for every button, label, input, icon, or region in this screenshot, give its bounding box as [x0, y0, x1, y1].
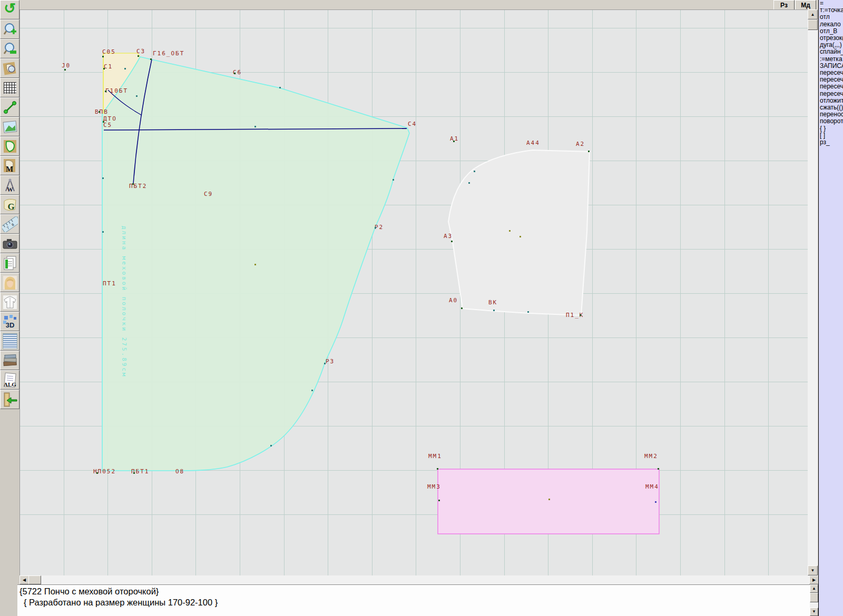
point-marker [270, 445, 272, 446]
md-button[interactable]: Мд [795, 0, 816, 10]
point-marker [453, 141, 455, 142]
ruler-icon: 78 [2, 216, 18, 232]
canvas-hscrollbar[interactable]: ◀ ▶ [19, 575, 818, 584]
point-marker [105, 91, 106, 92]
command-line[interactable]: пересеч [819, 83, 843, 90]
point-label: Р3 [326, 359, 335, 364]
point-marker [658, 468, 659, 470]
point-marker [451, 241, 453, 242]
scroll-right-button[interactable]: ▶ [809, 575, 819, 584]
ruler-button[interactable]: 78 [0, 214, 19, 234]
point-label: А2 [576, 141, 585, 147]
point-marker [103, 121, 104, 123]
table-doc-button[interactable] [0, 253, 19, 273]
drawing-canvas[interactable]: длина меховой полочки 275.89см С05С3Г16_… [19, 9, 808, 576]
command-line[interactable]: рз_ [819, 139, 843, 146]
hscroll-thumb[interactable] [28, 575, 41, 584]
point-marker [133, 472, 135, 474]
point-marker [254, 264, 256, 265]
status-scroll-up-button[interactable]: ▲ [810, 584, 818, 593]
vscroll-thumb[interactable] [808, 19, 818, 30]
pattern-m-icon: M [2, 158, 18, 174]
command-line[interactable]: { } [819, 125, 843, 132]
exit-button[interactable] [0, 390, 19, 409]
books-button[interactable] [0, 351, 19, 370]
status-vscroll-thumb[interactable] [810, 593, 818, 602]
point-label: С1 [104, 64, 113, 69]
pattern-m-button[interactable]: M [0, 156, 19, 175]
text-list-button[interactable] [0, 331, 19, 351]
piece-preview-button[interactable] [0, 58, 19, 78]
point-marker [580, 314, 581, 316]
point-marker [254, 126, 256, 127]
point-marker [468, 182, 470, 184]
canvas-vscrollbar[interactable]: ▲ ▼ [808, 9, 818, 575]
point-marker [375, 227, 376, 228]
point-marker [527, 311, 529, 313]
point-marker [132, 183, 134, 185]
point-label: А44 [526, 140, 540, 146]
scroll-up-button[interactable]: ▲ [808, 9, 818, 19]
zoom-in-button[interactable] [0, 19, 19, 39]
command-line[interactable]: отл [819, 14, 843, 21]
point-label: А3 [444, 233, 453, 239]
camera-button[interactable] [0, 234, 19, 253]
point-marker [99, 111, 100, 113]
point-marker [437, 468, 438, 470]
command-panel[interactable]: =т:=точкаотллекалоотл_Вотрезок(дуга(,,,)… [818, 0, 843, 616]
exit-icon [2, 392, 18, 408]
piece-preview-icon [2, 61, 18, 76]
command-line[interactable]: лекало [819, 21, 843, 28]
point-marker [102, 56, 104, 57]
status-vscrollbar[interactable]: ▲ ▼ [810, 584, 818, 616]
garment-button[interactable] [0, 292, 19, 312]
pattern-piece-icon [2, 138, 18, 154]
point-label: О8 [175, 469, 184, 474]
zoom-in-icon [3, 22, 17, 37]
point-marker [102, 231, 104, 233]
pattern-piece-button[interactable] [0, 136, 19, 156]
point-marker [234, 73, 236, 74]
alg-label: ALG [4, 381, 16, 388]
point-label: С05 [102, 49, 116, 55]
undo-icon: ↺ [4, 2, 16, 16]
3d-button[interactable]: 3D [0, 312, 19, 331]
command-line[interactable]: :=метка [819, 56, 843, 63]
point-marker [311, 390, 313, 391]
point-marker [124, 68, 126, 69]
text-list-icon [3, 333, 17, 349]
fabric-g-button[interactable]: G [0, 195, 19, 214]
alg-doc-button[interactable]: ALG [0, 370, 19, 390]
svg-text:G: G [7, 202, 14, 212]
scroll-down-button[interactable]: ▼ [808, 565, 818, 575]
books-icon [2, 353, 18, 368]
point-label: Ј0 [62, 63, 71, 68]
undo-button[interactable]: ↺ [0, 0, 19, 19]
zoom-out-button[interactable] [0, 39, 19, 58]
garment-icon [2, 294, 18, 310]
point-label: П1_К [566, 312, 584, 318]
point-marker [655, 501, 656, 503]
fabric-g-icon: G [2, 197, 18, 213]
status-scroll-down-button[interactable]: ▼ [810, 608, 818, 616]
point-marker [324, 363, 326, 364]
point-marker [136, 95, 138, 97]
point-marker [474, 171, 475, 172]
scroll-left-button[interactable]: ◀ [19, 575, 29, 584]
image-button[interactable] [0, 117, 19, 136]
image-icon [3, 120, 17, 134]
rz-button[interactable]: Рз [773, 0, 795, 10]
pink-piece [438, 469, 659, 534]
point-marker [548, 499, 550, 500]
command-line[interactable]: пересеч [819, 91, 843, 97]
command-line[interactable]: сплайн_ [819, 48, 843, 55]
portrait-button[interactable] [0, 273, 19, 292]
segment-button[interactable] [0, 97, 19, 117]
command-line[interactable]: поворот [819, 118, 843, 125]
grid-button[interactable] [0, 78, 19, 97]
portrait-icon [2, 275, 18, 291]
point-label: ММ2 [644, 453, 658, 459]
point-marker [96, 472, 98, 474]
measure-w-button[interactable]: W [0, 175, 19, 195]
svg-text:W: W [7, 186, 13, 193]
